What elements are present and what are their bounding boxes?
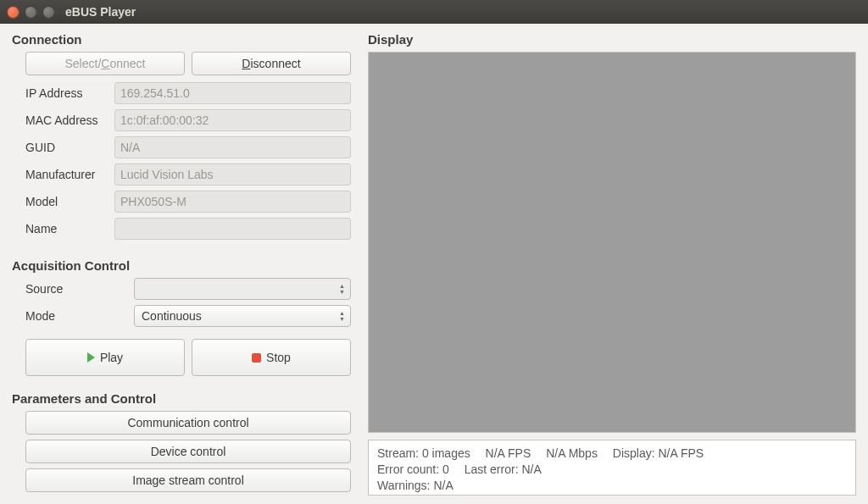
model-label: Model — [25, 195, 114, 208]
parameters-heading: Parameters and Control — [12, 391, 351, 406]
connection-heading: Connection — [12, 32, 351, 47]
model-field[interactable] — [114, 191, 351, 213]
source-select[interactable]: ▲▼ — [134, 278, 351, 300]
disconnect-button[interactable]: Disconnect — [192, 52, 351, 75]
status-display-fps: Display: N/A FPS — [613, 446, 704, 460]
status-warnings: Warnings: N/A — [377, 479, 453, 492]
mode-select[interactable]: Continuous ▲▼ — [134, 305, 351, 327]
play-icon — [87, 352, 95, 363]
mode-label: Mode — [25, 309, 134, 323]
maximize-window-button[interactable] — [42, 6, 55, 19]
select-connect-button[interactable]: Select/Connect — [25, 52, 185, 75]
source-label: Source — [25, 282, 134, 296]
mac-address-label: MAC Address — [25, 114, 114, 127]
window-title: eBUS Player — [65, 5, 136, 19]
communication-control-button[interactable]: Communication control — [25, 411, 351, 435]
display-viewport — [368, 52, 856, 433]
status-box: Stream: 0 images N/A FPS N/A Mbps Displa… — [368, 440, 856, 496]
guid-label: GUID — [25, 141, 114, 154]
display-heading: Display — [368, 32, 856, 47]
acquisition-heading: Acquisition Control — [12, 258, 351, 273]
device-control-button[interactable]: Device control — [25, 440, 351, 463]
manufacturer-field[interactable] — [114, 163, 351, 186]
ip-address-field[interactable] — [114, 82, 351, 104]
play-button[interactable]: Play — [25, 339, 185, 376]
name-label: Name — [25, 222, 114, 235]
image-stream-control-button[interactable]: Image stream control — [25, 468, 351, 492]
mac-address-field[interactable] — [114, 109, 351, 131]
chevron-updown-icon: ▲▼ — [339, 311, 345, 322]
status-last-error: Last error: N/A — [465, 462, 542, 476]
name-field[interactable] — [114, 218, 351, 240]
status-error-count: Error count: 0 — [377, 462, 449, 476]
guid-field[interactable] — [114, 136, 351, 158]
titlebar: eBUS Player — [0, 0, 868, 24]
stop-button[interactable]: Stop — [192, 339, 351, 376]
close-window-button[interactable] — [7, 6, 19, 19]
status-stream: Stream: 0 images — [377, 446, 470, 460]
minimize-window-button[interactable] — [25, 6, 37, 19]
manufacturer-label: Manufacturer — [25, 168, 114, 181]
status-fps: N/A FPS — [486, 446, 531, 460]
chevron-updown-icon: ▲▼ — [339, 284, 345, 295]
status-mbps: N/A Mbps — [546, 446, 598, 460]
stop-icon — [252, 353, 261, 363]
ip-address-label: IP Address — [25, 86, 114, 100]
